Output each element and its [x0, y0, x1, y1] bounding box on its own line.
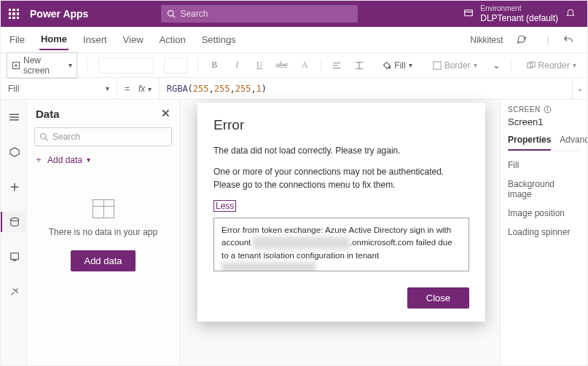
- font-family-select[interactable]: [98, 57, 153, 73]
- environment-caption: Environment: [480, 4, 558, 13]
- close-panel-button[interactable]: ✕: [161, 107, 170, 120]
- rail-tools[interactable]: [1, 282, 27, 302]
- add-data-button[interactable]: Add data: [71, 250, 135, 271]
- align-button[interactable]: [332, 60, 344, 71]
- error-details-box[interactable]: Error from token exchange: Azure Active …: [213, 218, 469, 271]
- rail-insert[interactable]: [1, 142, 27, 162]
- vertical-align-button[interactable]: [354, 60, 366, 71]
- equals-label: =: [125, 84, 130, 94]
- rail-data[interactable]: [1, 212, 27, 232]
- toggle-details-link[interactable]: Less: [213, 200, 236, 212]
- add-data-link[interactable]: ＋ Add data ▾: [34, 154, 172, 166]
- tab-advanced[interactable]: Advanced: [560, 135, 588, 151]
- border-button[interactable]: Border ▾: [428, 57, 482, 73]
- new-screen-icon: [12, 61, 20, 70]
- fill-label: Fill: [394, 60, 405, 71]
- svg-rect-2: [465, 10, 473, 16]
- empty-data-text: There is no data in your app: [27, 227, 179, 237]
- reorder-button[interactable]: Reorder ▾: [522, 57, 581, 73]
- border-label: Border: [444, 60, 471, 71]
- dialog-title: Error: [213, 117, 469, 133]
- italic-button[interactable]: I: [231, 60, 243, 71]
- font-size-select[interactable]: [164, 57, 187, 73]
- waffle-icon: [9, 9, 19, 19]
- add-data-label: Add data: [47, 155, 82, 165]
- svg-line-26: [45, 138, 47, 140]
- rail-media[interactable]: [1, 247, 27, 267]
- border-icon: [433, 61, 442, 70]
- reorder-icon: [527, 61, 536, 70]
- fx-label[interactable]: fx ▾: [138, 84, 152, 94]
- menu-file[interactable]: File: [8, 30, 26, 49]
- dialog-message-2: One or more of your connections may not …: [213, 166, 469, 191]
- chevron-down-icon: ▾: [87, 156, 90, 164]
- overflow-chevron[interactable]: ⌄: [493, 60, 501, 71]
- rail-add[interactable]: [1, 177, 27, 197]
- font-color-button[interactable]: A: [299, 60, 311, 71]
- prop-fill[interactable]: Fill: [508, 160, 580, 170]
- menu-view[interactable]: View: [122, 30, 145, 49]
- svg-rect-23: [10, 253, 18, 260]
- app-launcher-button[interactable]: [1, 1, 27, 27]
- chevron-down-icon: ▾: [573, 61, 576, 69]
- undo-button[interactable]: [562, 34, 580, 46]
- tab-properties[interactable]: Properties: [508, 135, 551, 151]
- environment-picker[interactable]: Environment DLPTenant (default): [455, 4, 565, 23]
- close-button[interactable]: Close: [407, 287, 469, 309]
- redacted-tenant: xxxxxxxx-xxxx-xxxx-xxxx-: [222, 262, 316, 271]
- redacted-account: xxxxxxxxxxxxx@xxxxxxxx: [253, 236, 349, 249]
- chevron-down-icon: ▾: [409, 61, 412, 69]
- fill-color-button[interactable]: Fill ▾: [377, 57, 417, 73]
- new-screen-button[interactable]: New screen ▾: [7, 52, 77, 79]
- formula-input[interactable]: RGBA(255, 255, 255, 1): [160, 78, 573, 99]
- environment-icon: [463, 8, 474, 20]
- prop-loading-spinner[interactable]: Loading spinner: [508, 227, 580, 237]
- paint-bucket-icon: [382, 60, 391, 70]
- notifications-icon[interactable]: [565, 9, 587, 19]
- svg-rect-24: [13, 260, 16, 261]
- chevron-down-icon: ▾: [474, 61, 477, 69]
- info-icon[interactable]: [544, 106, 552, 114]
- dialog-message-1: The data did not load correctly. Please …: [213, 145, 469, 157]
- svg-point-0: [168, 11, 174, 17]
- user-name[interactable]: Nikkitest: [470, 35, 503, 45]
- search-icon: [167, 9, 176, 18]
- chevron-down-icon: ▾: [106, 84, 109, 92]
- global-search-placeholder: Search: [180, 9, 208, 19]
- data-panel-title: Data: [36, 108, 60, 120]
- svg-point-13: [389, 67, 391, 68]
- environment-name: DLPTenant (default): [480, 13, 558, 23]
- global-search-input[interactable]: Search: [161, 5, 358, 23]
- app-checker-icon[interactable]: [517, 34, 534, 46]
- formula-expand-button[interactable]: ⌄: [573, 84, 587, 92]
- prop-image-position[interactable]: Image position: [508, 208, 580, 218]
- plus-icon: ＋: [34, 154, 43, 166]
- data-search-placeholder: Search: [52, 132, 80, 142]
- svg-rect-14: [433, 61, 440, 68]
- new-screen-label: New screen: [23, 55, 66, 76]
- svg-line-1: [173, 15, 176, 17]
- svg-point-25: [41, 134, 47, 140]
- menu-settings[interactable]: Settings: [200, 30, 238, 49]
- reorder-label: Reorder: [538, 60, 570, 71]
- menu-insert[interactable]: Insert: [82, 30, 109, 49]
- menu-action[interactable]: Action: [158, 30, 187, 49]
- screen-name[interactable]: Screen1: [508, 116, 580, 127]
- underline-button[interactable]: U: [254, 60, 266, 71]
- brand-label: Power Apps: [27, 8, 95, 20]
- property-name: Fill: [8, 84, 19, 94]
- menu-home[interactable]: Home: [39, 29, 68, 50]
- chevron-down-icon: ▾: [68, 61, 72, 69]
- error-dialog: Error The data did not load correctly. P…: [197, 103, 485, 322]
- svg-point-28: [547, 108, 548, 108]
- bold-button[interactable]: B: [208, 60, 221, 71]
- empty-data-icon: [93, 199, 114, 218]
- search-icon: [39, 132, 48, 141]
- rail-tree-view[interactable]: [1, 107, 27, 127]
- property-selector[interactable]: Fill ▾: [1, 78, 117, 99]
- svg-point-22: [10, 218, 18, 220]
- prop-background-image[interactable]: Background image: [508, 179, 580, 199]
- data-search-input[interactable]: Search: [34, 127, 172, 146]
- strike-button[interactable]: abc: [276, 60, 289, 71]
- screen-section-label: SCREEN: [508, 106, 541, 114]
